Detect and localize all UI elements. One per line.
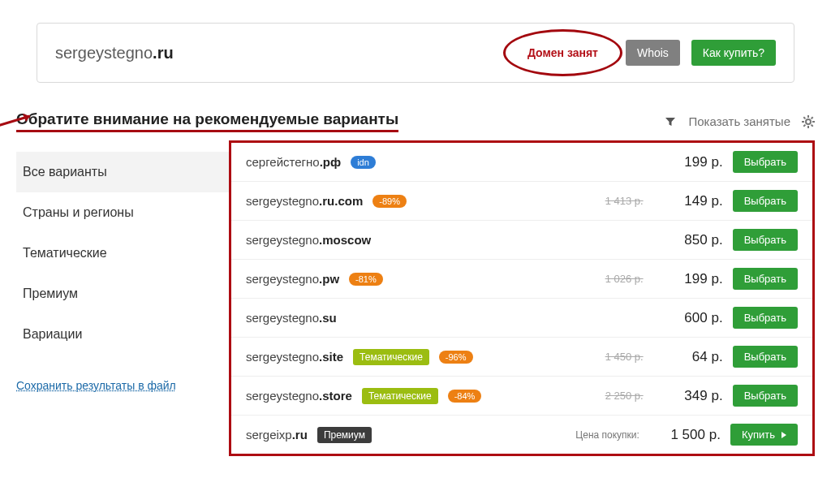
sidebar-item-regions[interactable]: Страны и регионы — [16, 192, 229, 233]
how-to-buy-button[interactable]: Как купить? — [691, 40, 776, 66]
price: 199 р. — [657, 271, 723, 287]
result-row: sergeystegno.su600 р.Выбрать — [231, 298, 812, 337]
section-title: Обратите внимание на рекомендуемые вариа… — [16, 110, 398, 132]
domain-name[interactable]: сергейстегно.рф — [246, 155, 341, 169]
sidebar-item-variations[interactable]: Вариации — [16, 314, 229, 355]
price: 1 500 р. — [654, 427, 721, 443]
result-row: sergeystegno.ru.com-89%1 413 р.149 р.Выб… — [231, 181, 812, 220]
price-label: Цена покупки: — [575, 429, 639, 441]
select-button[interactable]: Выбрать — [733, 385, 798, 407]
domain-name[interactable]: sergeystegno.ru.com — [246, 194, 363, 208]
filter-icon[interactable] — [664, 115, 677, 128]
domain-name[interactable]: sergeystegno.site — [246, 350, 343, 364]
svg-line-5 — [803, 117, 805, 118]
select-button[interactable]: Выбрать — [733, 346, 798, 368]
svg-point-0 — [806, 119, 811, 124]
domain-name[interactable]: sergeystegno.store — [246, 389, 352, 403]
result-row: сергейстегно.рфidn199 р.Выбрать — [231, 143, 812, 181]
svg-line-8 — [812, 117, 813, 118]
old-price: 1 026 р. — [605, 273, 644, 285]
sidebar: Все варианты Страны и регионы Тематическ… — [16, 137, 229, 393]
price: 64 р. — [657, 349, 723, 365]
results-table: сергейстегно.рфidn199 р.Выбратьsergeyste… — [229, 140, 815, 456]
badge: -81% — [349, 273, 383, 286]
search-box: sergeystegno.ru Домен занят Whois Как ку… — [37, 23, 794, 83]
domain-name[interactable]: sergeystegno.pw — [246, 272, 339, 286]
domain-name[interactable]: sergeystegno.su — [246, 311, 337, 325]
result-row: sergeixp.ruПремиумЦена покупки:1 500 р.К… — [231, 415, 812, 454]
price: 199 р. — [657, 154, 723, 170]
domain-input[interactable]: sergeystegno.ru — [55, 44, 511, 62]
sidebar-item-thematic[interactable]: Тематические — [16, 233, 229, 274]
price: 600 р. — [657, 310, 723, 326]
select-button[interactable]: Выбрать — [733, 190, 798, 212]
sidebar-item-premium[interactable]: Премиум — [16, 274, 229, 314]
select-button[interactable]: Выбрать — [733, 229, 798, 251]
content: Все варианты Страны и регионы Тематическ… — [16, 137, 815, 456]
domain-taken-status: Домен занят — [511, 41, 614, 64]
select-button[interactable]: Выбрать — [733, 307, 798, 329]
result-row: sergeystegno.siteТематические-96%1 450 р… — [231, 337, 812, 376]
gear-icon[interactable] — [802, 115, 815, 128]
select-button[interactable]: Выбрать — [733, 268, 798, 290]
status-area: Домен занят Whois Как купить? — [511, 40, 776, 66]
badge: Премиум — [317, 427, 372, 443]
result-row: sergeystegno.moscow850 р.Выбрать — [231, 220, 812, 259]
old-price: 1 450 р. — [605, 351, 644, 363]
badge: -96% — [439, 351, 473, 364]
price: 349 р. — [657, 388, 723, 404]
select-button[interactable]: Выбрать — [733, 151, 798, 173]
domain-taken-text: Домен занят — [527, 46, 598, 59]
result-row: sergeystegno.pw-81%1 026 р.199 р.Выбрать — [231, 259, 812, 298]
section-heading: Обратите внимание на рекомендуемые вариа… — [16, 110, 815, 132]
badge: idn — [351, 156, 376, 169]
whois-button[interactable]: Whois — [626, 40, 680, 66]
results-toolbar: Показать занятые — [664, 114, 815, 128]
show-taken-toggle[interactable]: Показать занятые — [688, 114, 790, 128]
domain-name[interactable]: sergeixp.ru — [246, 428, 308, 442]
svg-line-7 — [803, 124, 805, 126]
domain-tld: .ru — [153, 44, 174, 62]
buy-button[interactable]: Купить — [730, 424, 798, 446]
save-results-link[interactable]: Сохранить результаты в файл — [16, 379, 176, 392]
badge: Тематические — [353, 349, 429, 365]
price: 850 р. — [657, 232, 723, 248]
badge: -84% — [448, 390, 482, 403]
svg-line-6 — [812, 124, 813, 126]
old-price: 2 250 р. — [605, 390, 644, 402]
domain-base: sergeystegno — [55, 44, 153, 62]
badge: -89% — [372, 195, 407, 208]
sidebar-item-all[interactable]: Все варианты — [16, 152, 229, 192]
badge: Тематические — [362, 388, 438, 404]
price: 149 р. — [657, 193, 723, 209]
result-row: sergeystegno.storeТематические-84%2 250 … — [231, 376, 812, 415]
domain-name[interactable]: sergeystegno.moscow — [246, 233, 371, 247]
old-price: 1 413 р. — [605, 195, 644, 207]
